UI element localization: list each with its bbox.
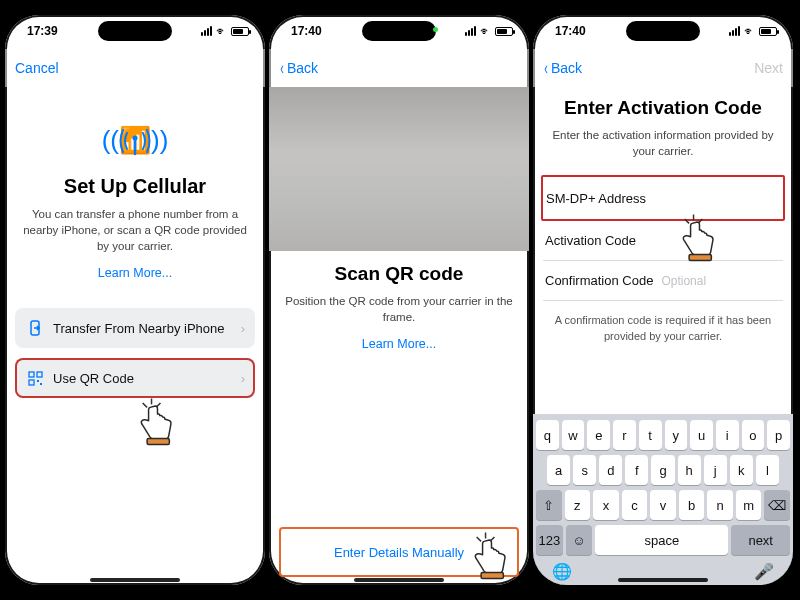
key-q[interactable]: q bbox=[536, 420, 559, 450]
transfer-nearby-row[interactable]: Transfer From Nearby iPhone › bbox=[15, 308, 255, 348]
page-title: Set Up Cellular bbox=[15, 175, 255, 198]
key-j[interactable]: j bbox=[704, 455, 727, 485]
key-i[interactable]: i bbox=[716, 420, 739, 450]
battery-icon bbox=[231, 27, 249, 36]
screen-setup-cellular: 17:39 ᯤ Cancel ((📶)) bbox=[5, 15, 265, 585]
dynamic-island bbox=[626, 21, 700, 41]
key-x[interactable]: x bbox=[593, 490, 619, 520]
page-subtitle: Position the QR code from your carrier i… bbox=[279, 293, 519, 325]
key-123[interactable]: 123 bbox=[536, 525, 563, 555]
nav-bar: Cancel bbox=[5, 49, 265, 87]
key-h[interactable]: h bbox=[678, 455, 701, 485]
keyboard: qwertyuiop asdfghjkl ⇧zxcvbnm⌫ 123 ☺ spa… bbox=[533, 414, 793, 585]
home-indicator bbox=[354, 578, 444, 582]
learn-more-link[interactable]: Learn More... bbox=[279, 337, 519, 351]
wifi-icon: ᯤ bbox=[480, 25, 491, 37]
key-a[interactable]: a bbox=[547, 455, 570, 485]
key-next[interactable]: next bbox=[731, 525, 790, 555]
cancel-button[interactable]: Cancel bbox=[15, 60, 59, 76]
svg-rect-10 bbox=[37, 380, 39, 382]
dynamic-island bbox=[362, 21, 436, 41]
chevron-left-icon: ‹ bbox=[544, 59, 548, 77]
row-label: Transfer From Nearby iPhone bbox=[53, 321, 224, 336]
battery-icon bbox=[759, 27, 777, 36]
page-subtitle: Enter the activation information provide… bbox=[543, 127, 783, 159]
wifi-icon: ᯤ bbox=[744, 25, 755, 37]
row-label: Use QR Code bbox=[53, 371, 134, 386]
key-g[interactable]: g bbox=[651, 455, 674, 485]
confirmation-note: A confirmation code is required if it ha… bbox=[543, 313, 783, 344]
key-v[interactable]: v bbox=[650, 490, 676, 520]
key-l[interactable]: l bbox=[756, 455, 779, 485]
key-b[interactable]: b bbox=[679, 490, 705, 520]
key-k[interactable]: k bbox=[730, 455, 753, 485]
battery-icon bbox=[495, 27, 513, 36]
status-time: 17:39 bbox=[27, 24, 58, 38]
camera-preview bbox=[269, 87, 529, 251]
qr-icon bbox=[25, 371, 45, 386]
globe-icon[interactable]: 🌐 bbox=[552, 562, 572, 581]
key-m[interactable]: m bbox=[736, 490, 762, 520]
key-⇧[interactable]: ⇧ bbox=[536, 490, 562, 520]
key-u[interactable]: u bbox=[690, 420, 713, 450]
camera-active-dot bbox=[433, 27, 438, 32]
status-time: 17:40 bbox=[291, 24, 322, 38]
key-emoji[interactable]: ☺ bbox=[566, 525, 593, 555]
nav-bar: ‹Back Next bbox=[533, 49, 793, 87]
key-t[interactable]: t bbox=[639, 420, 662, 450]
use-qr-code-row[interactable]: Use QR Code › bbox=[15, 358, 255, 398]
chevron-right-icon: › bbox=[241, 371, 245, 386]
signal-icon bbox=[465, 26, 476, 36]
next-button[interactable]: Next bbox=[754, 60, 783, 76]
svg-rect-7 bbox=[29, 372, 34, 377]
key-space[interactable]: space bbox=[595, 525, 728, 555]
key-n[interactable]: n bbox=[707, 490, 733, 520]
transfer-icon bbox=[25, 320, 45, 336]
status-right: ᯤ bbox=[201, 25, 249, 37]
key-d[interactable]: d bbox=[599, 455, 622, 485]
key-z[interactable]: z bbox=[565, 490, 591, 520]
enter-details-manually-link[interactable]: Enter Details Manually bbox=[279, 527, 519, 577]
key-y[interactable]: y bbox=[665, 420, 688, 450]
back-button[interactable]: ‹Back bbox=[543, 59, 582, 77]
status-bar: 17:40 ᯤ bbox=[269, 15, 529, 49]
activation-code-field[interactable]: Activation Code bbox=[543, 221, 783, 261]
screen-scan-qr: 17:40 ᯤ ‹Back Scan QR code Position the … bbox=[269, 15, 529, 585]
key-e[interactable]: e bbox=[587, 420, 610, 450]
antenna-icon bbox=[15, 126, 255, 163]
learn-more-link[interactable]: Learn More... bbox=[15, 266, 255, 280]
status-right: ᯤ bbox=[729, 25, 777, 37]
key-w[interactable]: w bbox=[562, 420, 585, 450]
mic-icon[interactable]: 🎤 bbox=[754, 562, 774, 581]
chevron-right-icon: › bbox=[241, 321, 245, 336]
signal-icon bbox=[201, 26, 212, 36]
home-indicator bbox=[618, 578, 708, 582]
smdp-address-field[interactable]: SM-DP+ Address bbox=[544, 178, 782, 218]
key-f[interactable]: f bbox=[625, 455, 648, 485]
status-bar: 17:39 ᯤ bbox=[5, 15, 265, 49]
status-bar: 17:40 ᯤ bbox=[533, 15, 793, 49]
svg-rect-9 bbox=[29, 380, 34, 385]
key-s[interactable]: s bbox=[573, 455, 596, 485]
svg-rect-8 bbox=[37, 372, 42, 377]
key-⌫[interactable]: ⌫ bbox=[764, 490, 790, 520]
key-c[interactable]: c bbox=[622, 490, 648, 520]
wifi-icon: ᯤ bbox=[216, 25, 227, 37]
status-right: ᯤ bbox=[465, 25, 513, 37]
signal-icon bbox=[729, 26, 740, 36]
back-button[interactable]: ‹Back bbox=[279, 59, 318, 77]
dynamic-island bbox=[98, 21, 172, 41]
key-o[interactable]: o bbox=[742, 420, 765, 450]
page-subtitle: You can transfer a phone number from a n… bbox=[15, 206, 255, 254]
confirmation-code-field[interactable]: Confirmation Code Optional bbox=[543, 261, 783, 301]
status-time: 17:40 bbox=[555, 24, 586, 38]
page-title: Enter Activation Code bbox=[543, 97, 783, 119]
home-indicator bbox=[90, 578, 180, 582]
screen-enter-activation-code: 17:40 ᯤ ‹Back Next Enter Activation Code… bbox=[533, 15, 793, 585]
svg-rect-11 bbox=[40, 383, 42, 385]
key-p[interactable]: p bbox=[767, 420, 790, 450]
page-title: Scan QR code bbox=[279, 263, 519, 285]
chevron-left-icon: ‹ bbox=[280, 59, 284, 77]
nav-bar: ‹Back bbox=[269, 49, 529, 87]
key-r[interactable]: r bbox=[613, 420, 636, 450]
